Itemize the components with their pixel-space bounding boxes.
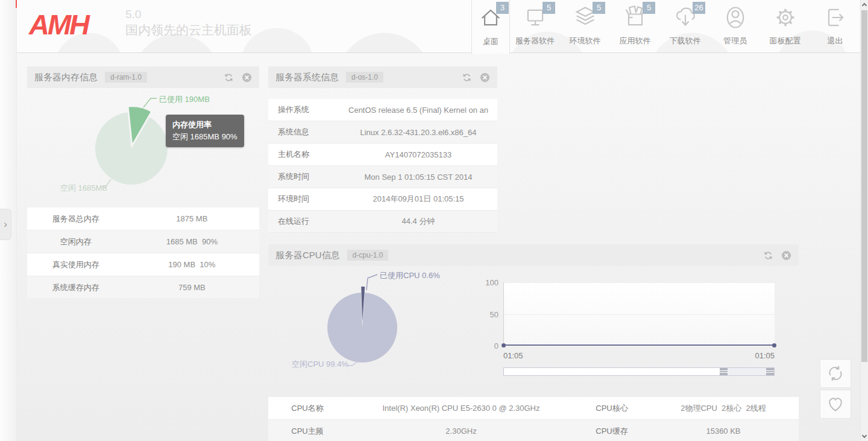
row-value: CentOS release 6.5 (Final) Kernel on an — [339, 106, 497, 115]
cpu-table: CPU名称 Intel(R) Xeon(R) CPU E5-2630 0 @ 2… — [268, 397, 799, 441]
row-value: 2物理CPU 2核心 2线程 — [648, 403, 799, 414]
admin-person-icon — [722, 4, 749, 31]
memory-tooltip: 内存使用率 空闲 1685MB 90% — [166, 115, 244, 147]
cpu-panel-header: 服务器CPU信息 d-cpu-1.0 — [268, 244, 799, 266]
system-panel: 服务器系统信息 d-os-1.0 操作系统 CentOS release 6.5… — [268, 66, 497, 233]
tooltip-text: 空闲 1685MB 90% — [172, 131, 237, 143]
row-label: 空闲内存 — [27, 236, 125, 247]
logo-version: 5.0 — [125, 7, 318, 22]
row-label: CPU名称 — [268, 403, 347, 414]
nav-item-admin[interactable]: 管理员 — [710, 0, 760, 53]
close-icon[interactable] — [480, 72, 490, 83]
nav-item-app-software[interactable]: 5 应用软件 — [610, 0, 660, 53]
slider-handle-right[interactable] — [766, 368, 774, 375]
series-point[interactable] — [772, 343, 776, 347]
logo-text: AMH ★ — [29, 5, 88, 45]
row-value: Linux 2.6.32-431.20.3.el6.x86_64 — [339, 128, 497, 137]
row-value: 1685 MB 90% — [125, 237, 259, 246]
nav-item-download-software[interactable]: 26 下载软件 — [660, 0, 710, 53]
download-software-badge: 26 — [693, 2, 705, 14]
cpu-used-label: 已使用CPU 0.6% — [380, 270, 440, 281]
scroll-down-icon[interactable] — [862, 433, 867, 438]
table-row: 主机名称 AY1407072035133 — [268, 144, 497, 166]
row-value: 1875 MB — [125, 214, 259, 223]
table-row: 服务器总内存 1875 MB — [27, 208, 259, 230]
page-scrollbar[interactable] — [860, 0, 868, 441]
nav-item-server-software[interactable]: 5 服务器软件 — [510, 0, 560, 53]
chevron-right-icon: › — [4, 218, 7, 230]
cpu-panel: 服务器CPU信息 d-cpu-1.0 已使用CPU 0.6% 空闲CPU 99.… — [268, 244, 799, 397]
table-row: 真实使用内存 190 MB 10% — [27, 253, 259, 276]
nav-label: 面板配置 — [760, 36, 810, 46]
row-label: 系统缓存内存 — [27, 282, 125, 293]
refresh-icon[interactable] — [763, 250, 773, 261]
nav-item-panel-config[interactable]: 面板配置 — [760, 0, 810, 53]
circular-arrows-icon — [825, 363, 846, 384]
row-label: CPU主频 — [268, 426, 347, 437]
tooltip-title: 内存使用率 — [172, 119, 237, 131]
row-label: 环境时间 — [268, 194, 339, 205]
row-label: 服务器总内存 — [27, 214, 125, 224]
system-panel-header: 服务器系统信息 d-os-1.0 — [268, 66, 497, 88]
nav-label: 环境软件 — [560, 36, 610, 46]
nav-label: 管理员 — [710, 36, 760, 46]
amh-dashboard: › AMH ★ 5.0 国内领先的云主机面板 3 桌面 5 — [0, 0, 868, 441]
nav-item-environment-software[interactable]: 5 环境软件 — [560, 0, 610, 53]
top-nav: 3 桌面 5 服务器软件 5 环境软件 — [471, 0, 860, 53]
slider-selected-zone[interactable] — [728, 368, 766, 375]
row-label: CPU缓存 — [576, 426, 648, 437]
memory-table: 服务器总内存 1875 MB 空闲内存 1685 MB 90% 真实使用内存 1… — [27, 208, 259, 299]
favorite-button[interactable] — [820, 390, 851, 419]
refresh-all-button[interactable] — [820, 359, 851, 388]
row-label: 操作系统 — [268, 104, 339, 115]
slider-handle-left[interactable] — [720, 368, 728, 375]
nav-item-logout[interactable]: 退出 — [810, 0, 860, 53]
series-point[interactable] — [502, 343, 506, 347]
row-label: CPU核心 — [576, 403, 648, 414]
row-label: 系统时间 — [268, 171, 339, 182]
cpu-charts-area: 已使用CPU 0.6% 空闲CPU 99.4% 100 50 0 01:05 0… — [268, 266, 799, 397]
nav-label: 退出 — [810, 36, 860, 46]
refresh-icon[interactable] — [224, 72, 234, 83]
scroll-up-icon[interactable] — [862, 3, 867, 8]
table-row: CPU主频 2.30GHz CPU缓存 15360 KB — [268, 420, 799, 441]
row-value: 15360 KB — [648, 427, 799, 436]
x-axis-tick: 01:05 — [503, 351, 523, 360]
row-value: 2.30GHz — [347, 427, 576, 436]
logout-icon — [822, 4, 849, 31]
row-label: 真实使用内存 — [27, 259, 125, 270]
app-software-badge: 5 — [643, 2, 655, 14]
memory-pie-chart: 已使用 190MB 空闲 1685MB 内存使用率 空闲 1685MB 90% — [27, 88, 259, 208]
chart-range-slider[interactable] — [503, 367, 775, 376]
gear-icon — [772, 4, 799, 31]
nav-item-desktop[interactable]: 3 桌面 — [471, 0, 510, 54]
y-axis-tick: 100 — [478, 278, 498, 287]
table-row: 环境时间 2014年09月01日 01:05:15 — [268, 188, 497, 211]
row-value: 190 MB 10% — [125, 260, 259, 269]
nav-label: 下载软件 — [660, 36, 710, 46]
table-row: 空闲内存 1685 MB 90% — [27, 230, 259, 253]
cpu-line-chart — [503, 282, 775, 346]
row-label: 系统信息 — [268, 127, 339, 138]
row-value: Intel(R) Xeon(R) CPU E5-2630 0 @ 2.30GHz — [347, 404, 576, 413]
memory-free-label: 空闲 1685MB — [60, 183, 107, 194]
server-software-badge: 5 — [542, 2, 555, 14]
memory-panel-tag: d-ram-1.0 — [105, 72, 147, 83]
row-label: 主机名称 — [268, 149, 339, 160]
close-icon[interactable] — [781, 250, 791, 261]
memory-panel: 服务器内存信息 d-ram-1.0 已使用 190MB 空闲 1685MB — [27, 66, 259, 299]
cpu-panel-title: 服务器CPU信息 — [275, 250, 340, 261]
x-axis-tick: 01:05 — [744, 351, 775, 360]
scrollbar-thumb[interactable] — [861, 10, 867, 362]
nav-label: 应用软件 — [610, 36, 660, 46]
sidebar-expander[interactable]: › — [0, 209, 11, 240]
heart-icon — [825, 394, 846, 414]
system-table: 操作系统 CentOS release 6.5 (Final) Kernel o… — [268, 99, 497, 233]
refresh-icon[interactable] — [462, 72, 472, 83]
logo-side: 5.0 国内领先的云主机面板 — [125, 7, 318, 39]
row-label: 在线运行 — [268, 216, 339, 227]
close-icon[interactable] — [242, 72, 252, 83]
logo[interactable]: AMH ★ 5.0 国内领先的云主机面板 — [29, 5, 88, 48]
row-value: Mon Sep 1 01:05:15 CST 2014 — [339, 173, 497, 182]
nav-label: 桌面 — [472, 36, 509, 47]
